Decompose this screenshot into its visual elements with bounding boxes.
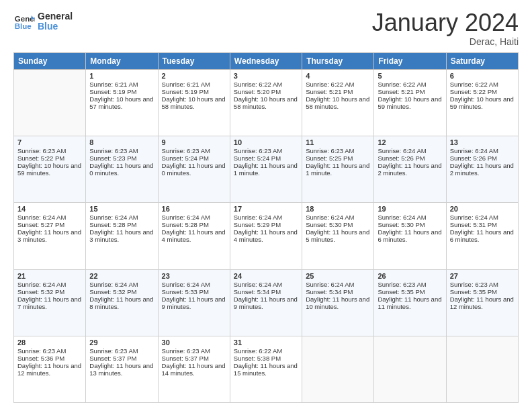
calendar-cell: 6Sunrise: 6:22 AMSunset: 5:22 PMDaylight… (446, 70, 518, 136)
sunrise-text: Sunrise: 6:24 AM (162, 281, 210, 288)
calendar-week-row: 14Sunrise: 6:24 AMSunset: 5:27 PMDayligh… (14, 203, 519, 269)
daylight-text: Daylight: 10 hours and 58 minutes. (306, 95, 369, 110)
sunset-text: Sunset: 5:31 PM (450, 221, 497, 228)
sunrise-text: Sunrise: 6:24 AM (234, 281, 282, 288)
calendar-cell (374, 336, 446, 402)
daylight-text: Daylight: 11 hours and 2 minutes. (450, 162, 514, 177)
calendar-cell (302, 336, 374, 402)
day-number: 29 (89, 338, 154, 347)
calendar-cell (446, 336, 518, 402)
sunrise-text: Sunrise: 6:23 AM (378, 281, 426, 288)
daylight-text: Daylight: 11 hours and 4 minutes. (162, 228, 226, 243)
sunset-text: Sunset: 5:27 PM (17, 221, 64, 228)
daylight-text: Daylight: 11 hours and 14 minutes. (162, 362, 226, 377)
day-number: 24 (234, 272, 298, 280)
day-number: 18 (306, 205, 370, 213)
sunset-text: Sunset: 5:35 PM (378, 288, 425, 295)
sunset-text: Sunset: 5:30 PM (378, 221, 425, 228)
daylight-text: Daylight: 11 hours and 13 minutes. (89, 362, 153, 377)
daylight-text: Daylight: 11 hours and 12 minutes. (450, 295, 514, 310)
calendar-cell: 15Sunrise: 6:24 AMSunset: 5:28 PMDayligh… (86, 203, 158, 269)
calendar-cell: 4Sunrise: 6:22 AMSunset: 5:21 PMDaylight… (302, 70, 374, 136)
day-number: 16 (162, 205, 226, 213)
sunset-text: Sunset: 5:23 PM (89, 154, 136, 162)
calendar-cell: 29Sunrise: 6:23 AMSunset: 5:37 PMDayligh… (86, 336, 158, 402)
calendar-cell: 21Sunrise: 6:24 AMSunset: 5:32 PMDayligh… (14, 269, 86, 336)
sunset-text: Sunset: 5:38 PM (234, 355, 281, 362)
day-number: 6 (450, 72, 515, 80)
sunset-text: Sunset: 5:26 PM (450, 154, 497, 162)
day-number: 26 (378, 272, 442, 280)
logo-blue: Blue (38, 21, 73, 32)
daylight-text: Daylight: 10 hours and 59 minutes. (17, 162, 81, 177)
daylight-text: Daylight: 10 hours and 59 minutes. (378, 95, 441, 110)
daylight-text: Daylight: 11 hours and 0 minutes. (89, 162, 153, 177)
calendar-cell: 3Sunrise: 6:22 AMSunset: 5:20 PMDaylight… (230, 70, 302, 136)
sunset-text: Sunset: 5:30 PM (306, 221, 353, 228)
day-number: 14 (17, 205, 82, 213)
daylight-text: Daylight: 11 hours and 4 minutes. (234, 228, 298, 243)
calendar-cell: 16Sunrise: 6:24 AMSunset: 5:28 PMDayligh… (158, 203, 230, 269)
sunrise-text: Sunrise: 6:24 AM (450, 214, 498, 221)
calendar-cell: 5Sunrise: 6:22 AMSunset: 5:21 PMDaylight… (374, 70, 446, 136)
day-number: 28 (17, 338, 82, 347)
sunrise-text: Sunrise: 6:22 AM (306, 81, 354, 88)
sunset-text: Sunset: 5:22 PM (17, 154, 64, 162)
sunrise-text: Sunrise: 6:24 AM (378, 214, 426, 221)
calendar-cell: 13Sunrise: 6:24 AMSunset: 5:26 PMDayligh… (446, 136, 518, 203)
calendar-header-thursday: Thursday (302, 53, 374, 70)
daylight-text: Daylight: 11 hours and 12 minutes. (17, 362, 81, 377)
sunrise-text: Sunrise: 6:23 AM (306, 147, 354, 154)
day-number: 4 (306, 72, 370, 80)
sunset-text: Sunset: 5:32 PM (89, 288, 136, 295)
sunset-text: Sunset: 5:25 PM (306, 154, 353, 162)
calendar-cell: 30Sunrise: 6:23 AMSunset: 5:37 PMDayligh… (158, 336, 230, 402)
calendar-header-wednesday: Wednesday (230, 53, 302, 70)
calendar-header-monday: Monday (86, 53, 158, 70)
daylight-text: Daylight: 11 hours and 8 minutes. (89, 295, 153, 310)
sunset-text: Sunset: 5:37 PM (89, 355, 136, 362)
calendar-cell: 1Sunrise: 6:21 AMSunset: 5:19 PMDaylight… (86, 70, 158, 136)
calendar-cell: 17Sunrise: 6:24 AMSunset: 5:29 PMDayligh… (230, 203, 302, 269)
sunrise-text: Sunrise: 6:23 AM (17, 347, 66, 355)
day-number: 3 (234, 72, 298, 80)
calendar-week-row: 28Sunrise: 6:23 AMSunset: 5:36 PMDayligh… (14, 336, 519, 402)
daylight-text: Daylight: 11 hours and 11 minutes. (378, 295, 441, 310)
header: General Blue General Blue January 2024 D… (13, 11, 519, 47)
day-number: 2 (162, 72, 226, 80)
sunrise-text: Sunrise: 6:23 AM (89, 347, 138, 355)
calendar-cell: 10Sunrise: 6:23 AMSunset: 5:24 PMDayligh… (230, 136, 302, 203)
day-number: 7 (17, 138, 82, 146)
calendar-cell: 27Sunrise: 6:23 AMSunset: 5:35 PMDayligh… (446, 269, 518, 336)
sunset-text: Sunset: 5:36 PM (17, 355, 64, 362)
calendar-cell: 19Sunrise: 6:24 AMSunset: 5:30 PMDayligh… (374, 203, 446, 269)
daylight-text: Daylight: 11 hours and 6 minutes. (450, 228, 514, 243)
daylight-text: Daylight: 10 hours and 58 minutes. (162, 95, 226, 110)
sunrise-text: Sunrise: 6:24 AM (17, 281, 66, 288)
calendar-cell: 22Sunrise: 6:24 AMSunset: 5:32 PMDayligh… (86, 269, 158, 336)
sunset-text: Sunset: 5:34 PM (234, 288, 281, 295)
sunrise-text: Sunrise: 6:23 AM (89, 147, 138, 154)
calendar-cell: 11Sunrise: 6:23 AMSunset: 5:25 PMDayligh… (302, 136, 374, 203)
sunrise-text: Sunrise: 6:24 AM (450, 147, 498, 154)
calendar-header-friday: Friday (374, 53, 446, 70)
calendar-table: SundayMondayTuesdayWednesdayThursdayFrid… (13, 52, 519, 403)
calendar-header-sunday: Sunday (14, 53, 86, 70)
sunset-text: Sunset: 5:22 PM (450, 88, 497, 95)
calendar-cell: 20Sunrise: 6:24 AMSunset: 5:31 PMDayligh… (446, 203, 518, 269)
sunset-text: Sunset: 5:34 PM (306, 288, 353, 295)
daylight-text: Daylight: 11 hours and 0 minutes. (162, 162, 226, 177)
sunset-text: Sunset: 5:19 PM (89, 88, 136, 95)
logo-general: General (38, 11, 73, 21)
sunrise-text: Sunrise: 6:22 AM (378, 81, 426, 88)
daylight-text: Daylight: 11 hours and 3 minutes. (89, 228, 153, 243)
day-number: 25 (306, 272, 370, 280)
sunrise-text: Sunrise: 6:22 AM (234, 347, 282, 355)
calendar-cell: 25Sunrise: 6:24 AMSunset: 5:34 PMDayligh… (302, 269, 374, 336)
calendar-cell: 8Sunrise: 6:23 AMSunset: 5:23 PMDaylight… (86, 136, 158, 203)
day-number: 17 (234, 205, 298, 213)
calendar-cell: 18Sunrise: 6:24 AMSunset: 5:30 PMDayligh… (302, 203, 374, 269)
sunset-text: Sunset: 5:37 PM (162, 355, 209, 362)
location: Derac, Haiti (372, 36, 519, 47)
calendar-week-row: 1Sunrise: 6:21 AMSunset: 5:19 PMDaylight… (14, 70, 519, 136)
